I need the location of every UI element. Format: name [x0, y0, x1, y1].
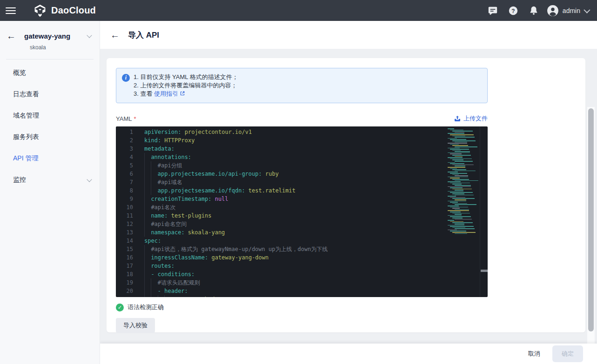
chevron-down-icon: [87, 33, 92, 38]
sidebar-item-1[interactable]: 日志查看: [0, 84, 100, 105]
required-asterisk: *: [134, 115, 136, 122]
line-number: 16: [116, 253, 133, 262]
page-header: ← 导入 API: [100, 21, 597, 49]
messages-icon[interactable]: [484, 2, 501, 19]
import-api-card: i 1. 目前仅支持 YAML 格式的描述文件；2. 上传的文件将覆盖编辑器中的…: [107, 58, 585, 332]
brand-name: DaoCloud: [51, 5, 96, 16]
upload-file-button[interactable]: 上传文件: [454, 114, 488, 123]
sidebar-item-3[interactable]: 服务列表: [0, 126, 100, 148]
footer-bar: 取消 确定: [100, 344, 597, 364]
editor-line: 21name: :method: [116, 295, 328, 297]
page-scrollbar-thumb[interactable]: [588, 108, 594, 331]
yaml-field-label: YAML: [116, 115, 132, 122]
sidebar-item-label: 监控: [13, 176, 87, 184]
page-scrollbar[interactable]: [587, 107, 595, 364]
info-alert: i 1. 目前仅支持 YAML 格式的描述文件；2. 上传的文件将覆盖编辑器中的…: [116, 68, 488, 103]
editor-line: 7#api域名: [116, 178, 328, 186]
line-number: 11: [116, 212, 133, 220]
editor-line: 8app.projectsesame.io/fqdn: test.ratelim…: [116, 186, 328, 195]
content-area: i 1. 目前仅支持 YAML 格式的描述文件；2. 上传的文件将覆盖编辑器中的…: [100, 49, 597, 364]
line-number: 3: [116, 145, 133, 153]
workspace-selector[interactable]: ← gateway-yang: [7, 31, 91, 40]
info-alert-text: 1. 目前仅支持 YAML 格式的描述文件；2. 上传的文件将覆盖编辑器中的内容…: [134, 73, 238, 98]
syntax-status: ✓ 语法检测正确: [116, 303, 576, 311]
chevron-down-icon: [87, 177, 92, 182]
editor-line: 19#请求头匹配规则: [116, 278, 328, 287]
user-menu[interactable]: admin: [547, 5, 589, 17]
sidebar-item-0[interactable]: 概览: [0, 62, 100, 84]
help-icon[interactable]: ?: [505, 2, 522, 19]
editor-line: 14spec:: [116, 237, 328, 245]
page-back-icon[interactable]: ←: [110, 30, 122, 40]
line-number: 19: [116, 278, 133, 287]
editor-line: 13namespace: skoala-yang: [116, 228, 328, 237]
sidebar-item-label: API 管理: [13, 154, 91, 163]
hamburger-menu-icon[interactable]: [0, 0, 21, 21]
line-number: 8: [116, 186, 133, 195]
sidebar-item-4[interactable]: API 管理: [0, 148, 100, 169]
editor-scrollbar[interactable]: [480, 126, 488, 297]
line-number: 18: [116, 270, 133, 278]
editor-line: 15#api状态，格式为 gatewayNmae-up/down up为上线，d…: [116, 245, 328, 253]
notifications-icon[interactable]: [525, 2, 542, 19]
line-number: 20: [116, 287, 133, 295]
editor-line: 2kind: HTTPProxy: [116, 136, 328, 145]
confirm-button[interactable]: 确定: [552, 345, 583, 362]
check-circle-icon: ✓: [116, 304, 124, 311]
sidebar-divider: [6, 59, 94, 60]
editor-minimap[interactable]: [448, 128, 476, 234]
sidebar-item-2[interactable]: 域名管理: [0, 105, 100, 126]
line-number: 2: [116, 136, 133, 145]
username: admin: [563, 7, 580, 14]
sidebar-item-5[interactable]: 监控: [0, 169, 100, 191]
workspace-name: gateway-yang: [24, 32, 87, 40]
line-number: 7: [116, 178, 133, 186]
editor-line: 3metadata:: [116, 145, 328, 153]
editor-line: 17routes:: [116, 262, 328, 270]
sidebar-item-label: 域名管理: [13, 112, 91, 120]
sidebar: ← gateway-yang skoala 概览日志查看域名管理服务列表API …: [0, 21, 100, 364]
editor-line: 16ingressClassName: gateway-yang-down: [116, 253, 328, 262]
editor-line: 18- conditions:: [116, 270, 328, 278]
cancel-button[interactable]: 取消: [528, 350, 540, 358]
info-icon: i: [122, 74, 130, 82]
usage-guide-link[interactable]: 使用指引: [154, 90, 178, 97]
page-title: 导入 API: [128, 30, 159, 40]
line-number: 17: [116, 262, 133, 270]
editor-line: 11name: test-plugins: [116, 212, 328, 220]
line-number: 10: [116, 203, 133, 212]
chevron-down-icon: [584, 7, 590, 13]
editor-line: 1apiVersion: projectcontour.io/v1: [116, 128, 328, 136]
sidebar-menu: 概览日志查看域名管理服务列表API 管理监控: [0, 62, 100, 191]
yaml-editor[interactable]: 1apiVersion: projectcontour.io/v12kind: …: [116, 126, 488, 297]
line-number: 15: [116, 245, 133, 253]
editor-line: 9creationTimestamp: null: [116, 195, 328, 203]
syntax-status-text: 语法检测正确: [127, 303, 164, 311]
line-number: 9: [116, 195, 133, 203]
editor-line: 10#api名次: [116, 203, 328, 212]
editor-line: 4annotations:: [116, 153, 328, 161]
sidebar-item-label: 服务列表: [13, 133, 91, 141]
line-number: 6: [116, 170, 133, 178]
line-number: 4: [116, 153, 133, 161]
line-number: 12: [116, 220, 133, 228]
editor-line: 20- header:: [116, 287, 328, 295]
workspace-namespace: skoala: [30, 44, 91, 51]
svg-text:?: ?: [511, 7, 515, 14]
sidebar-item-label: 概览: [13, 69, 91, 77]
import-validate-button[interactable]: 导入校验: [116, 318, 155, 333]
line-number: 21: [116, 295, 133, 297]
sidebar-back-icon[interactable]: ←: [7, 31, 16, 40]
avatar: [547, 5, 559, 17]
upload-icon: [454, 115, 461, 122]
editor-line: 6app.projectsesame.io/api-group: ruby: [116, 170, 328, 178]
daocloud-logo-icon: [34, 4, 47, 17]
line-number: 14: [116, 237, 133, 245]
topbar: DaoCloud ? admin: [0, 0, 597, 21]
line-number: 5: [116, 161, 133, 170]
external-link-icon: [180, 91, 185, 96]
sidebar-item-label: 日志查看: [13, 90, 91, 99]
line-number: 13: [116, 228, 133, 237]
brand: DaoCloud: [34, 4, 96, 17]
editor-line: 5#api分组: [116, 161, 328, 170]
